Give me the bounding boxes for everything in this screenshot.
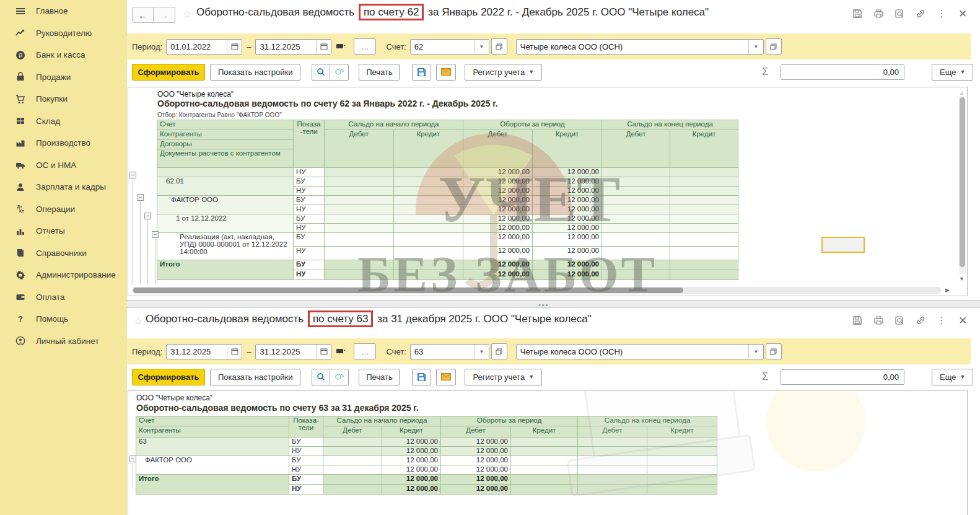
value-cell[interactable]	[325, 247, 394, 260]
value-cell[interactable]	[647, 475, 717, 485]
value-cell[interactable]	[394, 196, 463, 205]
value-cell[interactable]	[647, 456, 717, 465]
header-group-cell[interactable]: Обороты за период	[463, 120, 602, 130]
value-cell[interactable]	[394, 177, 463, 187]
header-cell[interactable]: Договоры	[157, 140, 294, 149]
indicator-cell[interactable]: НУ	[294, 270, 325, 280]
date-from-input[interactable]	[167, 345, 227, 359]
value-cell[interactable]	[325, 224, 394, 233]
more-button[interactable]: Еще▼	[932, 369, 973, 385]
row-label-cell[interactable]: 1 от 12.12.2022	[157, 214, 294, 233]
value-cell[interactable]: 12 000,00	[382, 485, 441, 495]
register-button[interactable]: Регистр учета▼	[465, 64, 542, 81]
sidebar-item-продажи[interactable]: Продажи	[0, 66, 127, 89]
value-cell[interactable]	[670, 247, 738, 260]
indicator-cell[interactable]: БУ	[294, 196, 325, 205]
nav-forward-button[interactable]: →	[154, 7, 175, 23]
tree-expander[interactable]: −	[129, 456, 136, 462]
header-cell[interactable]: Счет	[136, 416, 289, 426]
value-cell[interactable]	[323, 456, 382, 465]
header-group-cell[interactable]: Обороты за период	[441, 416, 578, 426]
scroll-right-arrow[interactable]: ▶	[945, 287, 950, 293]
date-to-input[interactable]	[256, 40, 316, 54]
value-cell[interactable]	[394, 260, 463, 270]
period-preset-icon[interactable]	[336, 43, 348, 50]
account-field[interactable]: ▼	[410, 344, 489, 359]
value-cell[interactable]: 12 000,00	[533, 270, 602, 280]
link-icon[interactable]	[914, 314, 927, 327]
value-cell[interactable]	[511, 447, 578, 456]
organization-field[interactable]: ▼	[516, 344, 764, 359]
value-cell[interactable]	[602, 233, 670, 247]
header-cell[interactable]: Показа-тели	[289, 416, 323, 438]
header-cell[interactable]: Кредит	[511, 426, 578, 438]
preview-icon[interactable]	[893, 314, 906, 327]
value-cell[interactable]	[325, 196, 394, 205]
sidebar-item-оплата[interactable]: Оплата	[0, 286, 127, 309]
value-cell[interactable]	[323, 447, 382, 456]
value-cell[interactable]	[647, 485, 717, 495]
save-icon[interactable]	[851, 314, 864, 327]
sidebar-item-производство[interactable]: Производство	[0, 132, 127, 154]
organization-field[interactable]: ▼	[516, 39, 764, 55]
organization-input[interactable]	[517, 345, 748, 359]
organization-open-button[interactable]	[766, 38, 782, 55]
value-cell[interactable]	[670, 233, 738, 247]
header-cell[interactable]: Контрагенты	[157, 130, 294, 140]
value-cell[interactable]	[670, 187, 738, 196]
value-cell[interactable]: 12 000,00	[533, 260, 602, 270]
value-cell[interactable]: 12 000,00	[463, 177, 533, 187]
value-cell[interactable]	[670, 270, 738, 280]
header-cell[interactable]: Контрагенты	[136, 426, 289, 438]
value-cell[interactable]	[647, 438, 717, 447]
value-cell[interactable]: 12 000,00	[533, 187, 602, 196]
value-cell[interactable]	[323, 438, 382, 447]
value-cell[interactable]: 12 000,00	[382, 438, 441, 447]
value-cell[interactable]	[325, 168, 394, 177]
save-file-button[interactable]	[412, 369, 431, 385]
calendar-icon[interactable]	[227, 40, 242, 54]
header-group-cell[interactable]: Сальдо на конец периода	[602, 120, 738, 130]
value-cell[interactable]	[602, 260, 670, 270]
value-cell[interactable]	[578, 475, 647, 485]
header-group-cell[interactable]: Сальдо на конец периода	[578, 416, 717, 426]
indicator-cell[interactable]: НУ	[294, 224, 325, 233]
header-cell[interactable]: Кредит	[533, 130, 602, 168]
indicator-cell[interactable]: БУ	[289, 475, 323, 485]
indicator-cell[interactable]: НУ	[294, 247, 325, 260]
date-to-input[interactable]	[256, 345, 316, 359]
value-cell[interactable]	[578, 456, 647, 465]
value-cell[interactable]: 12 000,00	[463, 205, 533, 214]
header-group-cell[interactable]: Сальдо на начало периода	[325, 120, 463, 130]
value-cell[interactable]	[670, 196, 738, 205]
value-cell[interactable]	[323, 465, 382, 475]
link-icon[interactable]	[914, 7, 927, 20]
indicator-cell[interactable]: БУ	[294, 233, 325, 247]
row-label-cell[interactable]: ФАКТОР ООО	[157, 196, 294, 214]
value-cell[interactable]	[511, 475, 578, 485]
value-cell[interactable]: 12 000,00	[533, 214, 602, 224]
value-cell[interactable]: 12 000,00	[463, 168, 533, 177]
row-label-cell[interactable]: Итого	[157, 260, 294, 280]
header-cell[interactable]: Кредит	[670, 130, 738, 168]
more-menu-icon[interactable]: ⋮	[935, 314, 948, 327]
row-label-cell[interactable]: ФАКТОР ООО	[136, 456, 289, 475]
value-cell[interactable]	[511, 438, 578, 447]
value-cell[interactable]: 12 000,00	[441, 438, 511, 447]
header-cell[interactable]: Дебет	[323, 426, 382, 438]
value-cell[interactable]: 12 000,00	[382, 447, 441, 456]
indicator-cell[interactable]: НУ	[294, 205, 325, 214]
row-label-cell[interactable]: Реализация (акт, накладная, УПД) 0000-00…	[157, 233, 294, 260]
show-settings-button[interactable]: Показать настройки	[210, 369, 300, 385]
mail-button[interactable]	[436, 64, 456, 81]
sidebar-item-личный-кабинет[interactable]: Личный кабинет	[0, 330, 127, 353]
value-cell[interactable]: 12 000,00	[463, 270, 533, 280]
sidebar-item-ос-и-нма[interactable]: ОС и НМА	[0, 154, 127, 177]
header-cell[interactable]: Дебет	[602, 130, 670, 168]
dropdown-arrow-icon[interactable]: ▼	[748, 40, 763, 54]
value-cell[interactable]: 12 000,00	[533, 233, 602, 247]
value-cell[interactable]: 12 000,00	[441, 456, 511, 465]
value-cell[interactable]	[325, 177, 394, 187]
sidebar-item-банк-и-касса[interactable]: ₽Банк и касса	[0, 44, 127, 66]
value-cell[interactable]	[325, 270, 394, 280]
